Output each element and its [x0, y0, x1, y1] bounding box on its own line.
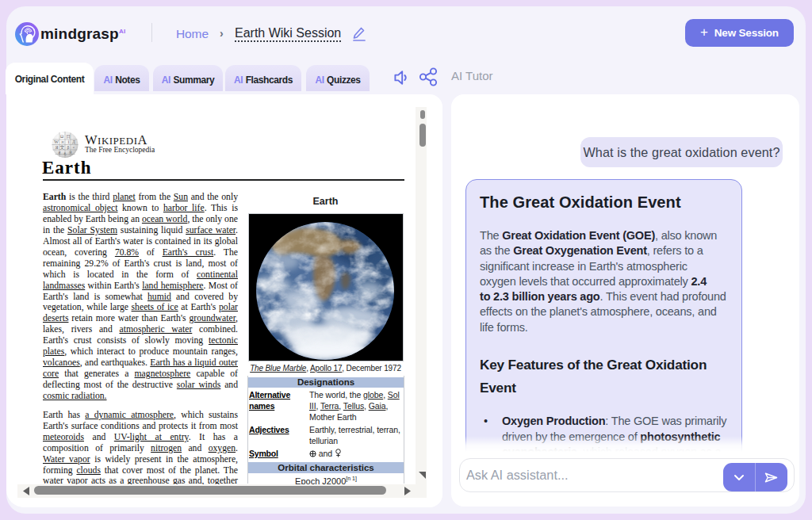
svg-text:э: э — [72, 145, 74, 149]
svg-text:文: 文 — [60, 144, 65, 150]
svg-text:火: 火 — [69, 150, 73, 155]
svg-text:W: W — [54, 140, 59, 144]
svg-text:א: א — [61, 140, 64, 144]
svg-text:β: β — [67, 145, 70, 150]
svg-text:Ω: Ω — [60, 134, 63, 139]
svg-text:Д: Д — [72, 140, 75, 144]
svg-text:ह: ह — [58, 151, 61, 155]
svg-text:Я: Я — [56, 145, 59, 150]
